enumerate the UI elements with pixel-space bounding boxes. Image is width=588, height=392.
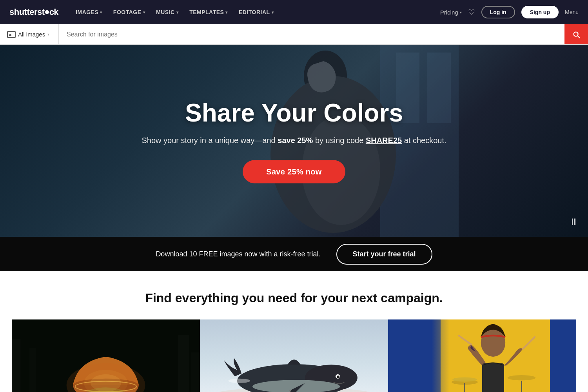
hero-cta-button[interactable]: Save 25% now xyxy=(243,160,345,183)
drummer-scene xyxy=(388,319,576,392)
chevron-down-icon: ▾ xyxy=(143,10,145,15)
svg-point-56 xyxy=(508,375,535,380)
nav-item-editorial[interactable]: EDITORIAL ▾ xyxy=(234,6,278,18)
nav-right: Pricing ▾ ♡ Log in Sign up Menu xyxy=(440,6,579,18)
svg-rect-12 xyxy=(191,352,200,392)
search-bar: All images ▾ xyxy=(0,24,588,45)
whale-image xyxy=(200,319,388,392)
svg-rect-10 xyxy=(29,348,36,392)
mushroom-image xyxy=(12,319,200,392)
hero-title: Share Your Colors xyxy=(118,98,470,127)
logo[interactable]: shutterstck xyxy=(9,7,58,17)
nav-item-images[interactable]: IMAGES ▾ xyxy=(71,6,107,18)
chevron-down-icon: ▾ xyxy=(100,10,102,15)
hero-subtitle-part1: Show your story in a unique way—and xyxy=(142,136,278,145)
grid-item-mushroom[interactable] xyxy=(12,319,200,392)
drummer-image xyxy=(388,319,576,392)
hero-promo-code: SHARE25 xyxy=(366,136,402,145)
logo-text: shutterst xyxy=(9,7,45,17)
chevron-down-icon: ▾ xyxy=(460,10,462,15)
hero-subtitle: Show your story in a unique way—and save… xyxy=(118,134,470,146)
search-type-label: All images xyxy=(18,31,45,38)
search-icon xyxy=(572,30,581,39)
svg-rect-48 xyxy=(482,363,504,392)
nav-item-music[interactable]: MUSIC ▾ xyxy=(151,6,183,18)
logo-dot-icon xyxy=(45,10,49,14)
svg-rect-11 xyxy=(178,335,189,392)
svg-point-38 xyxy=(337,376,339,378)
grid-item-drummer[interactable] xyxy=(388,319,576,392)
menu-button[interactable]: Menu xyxy=(565,9,579,15)
nav-links: IMAGES ▾ FOOTAGE ▾ MUSIC ▾ TEMPLATES ▾ E… xyxy=(71,6,440,18)
chevron-down-icon: ▾ xyxy=(272,10,274,15)
section-title: Find everything you need for your next c… xyxy=(12,291,576,305)
trial-button[interactable]: Start your free trial xyxy=(336,244,432,265)
pause-button[interactable]: ⏸ xyxy=(569,216,579,227)
navbar: shutterstck IMAGES ▾ FOOTAGE ▾ MUSIC ▾ T… xyxy=(0,0,588,24)
trial-text: Download 10 FREE images now with a risk-… xyxy=(156,250,320,258)
search-button[interactable] xyxy=(564,24,588,44)
search-input[interactable] xyxy=(59,24,564,44)
image-grid xyxy=(12,319,576,392)
search-type-selector[interactable]: All images ▾ xyxy=(0,24,59,44)
nav-item-templates[interactable]: TEMPLATES ▾ xyxy=(185,6,232,18)
hero-content: Share Your Colors Show your story in a u… xyxy=(118,98,470,183)
svg-point-39 xyxy=(229,379,250,383)
chevron-down-icon: ▾ xyxy=(47,32,49,36)
svg-rect-9 xyxy=(12,339,20,392)
svg-point-41 xyxy=(289,390,291,391)
trial-banner: Download 10 FREE images now with a risk-… xyxy=(0,237,588,271)
grid-item-whale[interactable] xyxy=(200,319,388,392)
whale-scene xyxy=(200,319,388,392)
svg-rect-45 xyxy=(432,319,450,392)
nav-item-footage[interactable]: FOOTAGE ▾ xyxy=(109,6,150,18)
favorites-icon[interactable]: ♡ xyxy=(468,7,475,17)
svg-point-30 xyxy=(91,374,121,392)
pricing-link[interactable]: Pricing ▾ xyxy=(440,9,462,16)
chevron-down-icon: ▾ xyxy=(176,10,179,15)
chevron-down-icon: ▾ xyxy=(225,10,228,15)
signup-button[interactable]: Sign up xyxy=(521,6,559,18)
image-type-icon xyxy=(7,31,16,38)
logo-text-end: ck xyxy=(49,7,58,17)
hero-subtitle-part2: by using code xyxy=(313,136,366,145)
login-button[interactable]: Log in xyxy=(481,6,515,18)
content-section: Find everything you need for your next c… xyxy=(0,271,588,392)
hero-section: Share Your Colors Show your story in a u… xyxy=(0,45,588,237)
hero-subtitle-bold: save 25% xyxy=(278,136,313,145)
svg-point-55 xyxy=(452,377,477,382)
mushroom-scene xyxy=(12,319,200,392)
svg-rect-44 xyxy=(550,319,576,392)
hero-subtitle-end: at checkout. xyxy=(402,136,446,145)
